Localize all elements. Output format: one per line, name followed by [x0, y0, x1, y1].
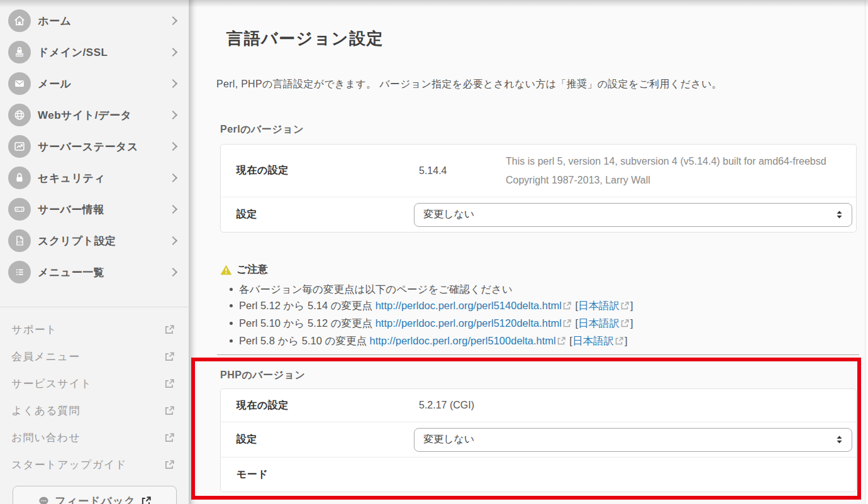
perl-setting-select[interactable]: 変更しない	[414, 203, 852, 227]
sidebar-link-member-menu[interactable]: 会員メニュー	[0, 343, 189, 370]
list-item: Perl 5.10 から 5.12 の変更点 http://perldoc.pe…	[220, 315, 857, 332]
bullet-icon	[230, 304, 233, 307]
bracket: [	[572, 300, 578, 311]
sidebar-item-label: スクリプト設定	[38, 234, 116, 248]
server-info-icon	[8, 198, 31, 221]
sidebar-item-label: メール	[38, 77, 71, 91]
perl-setting-select-value: 変更しない	[423, 208, 474, 221]
external-link-icon	[164, 432, 175, 443]
server-status-icon	[8, 135, 31, 158]
chevron-right-icon	[169, 205, 177, 214]
external-link-icon	[615, 334, 624, 350]
speech-bubble-icon	[38, 495, 50, 504]
perl-setting-label: 設定	[221, 208, 414, 221]
list-item: 各バージョン毎の変更点は以下のページをご確認ください	[220, 281, 857, 297]
notice-item-prefix: Perl 5.10 から 5.12 の変更点	[239, 317, 376, 329]
sidebar-link-support[interactable]: サポート	[0, 316, 189, 343]
perl-section-heading: Perlのバージョン	[220, 123, 304, 136]
external-link-icon	[557, 334, 566, 350]
sidebar-item-domain-ssl[interactable]: WWW ドメイン/SSL	[0, 36, 189, 68]
php-settings-table: 現在の設定 5.2.17 (CGI) 設定 変更しない モード	[220, 388, 857, 492]
table-row: モード	[221, 457, 856, 491]
php-setting-select-value: 変更しない	[423, 433, 474, 446]
japanese-translation-link[interactable]: 日本語訳	[572, 335, 614, 346]
chevron-right-icon	[169, 79, 177, 88]
chevron-right-icon	[169, 142, 177, 151]
sidebar-link-contact[interactable]: お問い合わせ	[0, 424, 189, 451]
bracket: ]	[630, 317, 633, 329]
notice-section: ご注意 各バージョン毎の変更点は以下のページをご確認ください Perl 5.12…	[220, 263, 857, 350]
home-icon	[8, 9, 31, 32]
perl-delta-link[interactable]: http://perldoc.perl.org/perl5140delta.ht…	[376, 300, 562, 311]
page: ホーム WWW ドメイン/SSL メール	[0, 0, 868, 504]
external-link-icon	[620, 299, 630, 315]
bracket: ]	[630, 300, 633, 311]
sidebar-item-mail[interactable]: メール	[0, 68, 189, 99]
php-setting-select[interactable]: 変更しない	[414, 428, 852, 452]
external-link-icon	[164, 459, 175, 470]
feedback-button[interactable]: フィードバック	[13, 486, 177, 504]
script-settings-icon: </>	[8, 229, 31, 252]
bullet-icon	[230, 288, 233, 291]
select-arrows-icon	[836, 436, 843, 444]
domain-ssl-icon: WWW	[8, 41, 31, 63]
php-section-heading: PHPのバージョン	[220, 369, 305, 382]
perl-current-value: 5.14.4	[419, 165, 506, 177]
bracket: [	[567, 335, 572, 346]
sidebar-link-faq[interactable]: よくある質問	[0, 397, 189, 424]
sidebar-link-startup-guide[interactable]: スタートアップガイド	[0, 451, 189, 478]
sidebar-item-label: セキュリティ	[38, 171, 105, 185]
page-title: 言語バージョン設定	[226, 28, 384, 50]
page-description: Perl, PHPの言語設定ができます。 バージョン指定を必要とされない方は「推…	[216, 78, 722, 91]
php-setting-label: 設定	[221, 433, 414, 446]
table-row: 現在の設定 5.2.17 (CGI)	[221, 389, 856, 422]
japanese-translation-link[interactable]: 日本語訳	[578, 317, 620, 329]
sidebar-item-script-settings[interactable]: </> スクリプト設定	[0, 225, 189, 256]
security-icon	[8, 167, 31, 189]
bullet-icon	[230, 339, 233, 342]
svg-text:</>: </>	[16, 240, 23, 244]
sidebar-link-label: 会員メニュー	[11, 349, 80, 364]
php-current-label: 現在の設定	[221, 399, 414, 412]
chevron-right-icon	[169, 111, 177, 119]
external-link-icon	[620, 316, 630, 332]
sidebar-links: サポート 会員メニュー サービスサイト よくある質問	[0, 316, 189, 478]
website-data-icon	[8, 104, 31, 126]
perl-version-description: This is perl 5, version 14, subversion 4…	[506, 145, 856, 197]
sidebar-item-label: Webサイト/データ	[38, 108, 131, 123]
japanese-translation-link[interactable]: 日本語訳	[578, 300, 620, 311]
sidebar-item-server-info[interactable]: サーバー情報	[0, 194, 189, 225]
chevron-right-icon	[169, 16, 177, 25]
sidebar-item-home[interactable]: ホーム	[0, 5, 189, 36]
sidebar-link-service-site[interactable]: サービスサイト	[0, 370, 189, 397]
sidebar-item-menu-list[interactable]: メニュー一覧	[0, 256, 189, 288]
select-arrows-icon	[836, 211, 843, 219]
sidebar-divider	[0, 307, 189, 307]
sidebar-item-server-status[interactable]: サーバーステータス	[0, 131, 189, 162]
menu-list-icon	[8, 261, 31, 283]
list-item: Perl 5.12 から 5.14 の変更点 http://perldoc.pe…	[220, 297, 857, 315]
scrollbar-track[interactable]	[865, 0, 868, 504]
sidebar-link-label: スタートアップガイド	[11, 457, 127, 472]
perl-settings-table: 現在の設定 5.14.4 This is perl 5, version 14,…	[220, 144, 857, 233]
warning-triangle-icon	[220, 265, 232, 275]
perl-delta-link[interactable]: http://perldoc.perl.org/perl5120delta.ht…	[376, 317, 562, 329]
external-link-icon	[562, 316, 572, 332]
sidebar-item-label: ドメイン/SSL	[38, 45, 108, 60]
external-link-icon	[164, 324, 175, 335]
external-link-icon	[141, 496, 152, 504]
table-row: 設定 変更しない	[221, 197, 856, 232]
php-current-value: 5.2.17 (CGI)	[414, 400, 852, 411]
sidebar-item-security[interactable]: セキュリティ	[0, 162, 189, 194]
sidebar-item-label: サーバー情報	[38, 202, 104, 217]
list-item: Perl 5.8 から 5.10 の変更点 http://perldoc.per…	[220, 332, 857, 350]
bullet-icon	[230, 322, 233, 325]
mail-icon	[8, 72, 31, 95]
section-divider	[217, 354, 859, 355]
external-link-icon	[164, 405, 175, 416]
notice-intro: 各バージョン毎の変更点は以下のページをご確認ください	[239, 281, 513, 297]
perl-delta-link[interactable]: http://perldoc.perl.org/perl5100delta.ht…	[369, 335, 555, 346]
perl-current-label: 現在の設定	[221, 164, 419, 177]
sidebar-item-website-data[interactable]: Webサイト/データ	[0, 99, 189, 131]
sidebar-link-label: よくある質問	[11, 403, 81, 418]
